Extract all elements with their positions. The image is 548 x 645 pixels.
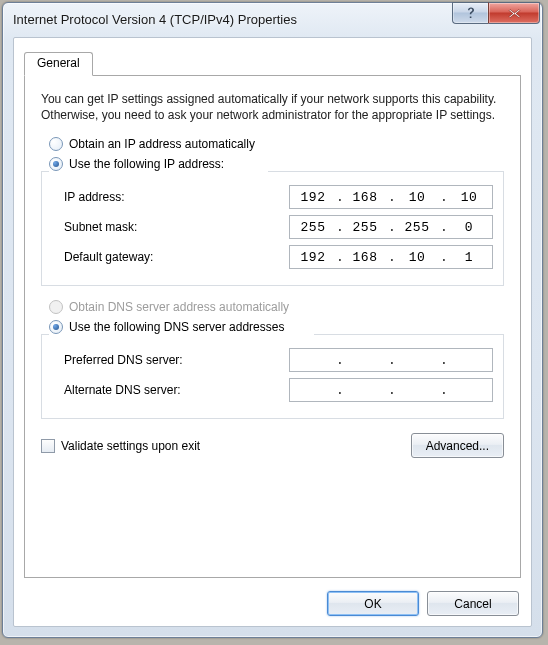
row-ip-address: IP address: 192. 168. 10. 10 <box>52 185 493 209</box>
radio-icon <box>49 300 63 314</box>
dialog-body: General You can get IP settings assigned… <box>13 37 532 627</box>
titlebar: Internet Protocol Version 4 (TCP/IPv4) P… <box>3 3 542 35</box>
row-subnet-mask: Subnet mask: 255. 255. 255. 0 <box>52 215 493 239</box>
cancel-button[interactable]: Cancel <box>427 591 519 616</box>
radio-ip-manual[interactable]: Use the following IP address: <box>49 157 504 171</box>
radio-icon <box>49 157 63 171</box>
label-subnet-mask: Subnet mask: <box>52 220 289 234</box>
label-ip-address: IP address: <box>52 190 289 204</box>
row-alternate-dns: Alternate DNS server: . . . <box>52 378 493 402</box>
tab-row: General <box>24 46 531 74</box>
row-default-gateway: Default gateway: 192. 168. 10. 1 <box>52 245 493 269</box>
radio-ip-auto[interactable]: Obtain an IP address automatically <box>49 137 504 151</box>
radio-label: Use the following DNS server addresses <box>69 320 284 334</box>
radio-dns-manual[interactable]: Use the following DNS server addresses <box>49 320 504 334</box>
checkbox-validate[interactable]: Validate settings upon exit <box>41 439 200 453</box>
validate-row: Validate settings upon exit Advanced... <box>41 433 504 458</box>
dialog-window: Internet Protocol Version 4 (TCP/IPv4) P… <box>2 2 543 638</box>
input-preferred-dns[interactable]: . . . <box>289 348 493 372</box>
label-alternate-dns: Alternate DNS server: <box>52 383 289 397</box>
dns-group: Preferred DNS server: . . . Alternate DN… <box>41 334 504 419</box>
intro-text: You can get IP settings assigned automat… <box>41 91 504 123</box>
footer-buttons: OK Cancel <box>327 591 519 616</box>
input-alternate-dns[interactable]: . . . <box>289 378 493 402</box>
radio-dns-auto: Obtain DNS server address automatically <box>49 300 504 314</box>
close-icon <box>507 7 522 20</box>
help-icon <box>464 6 478 20</box>
input-default-gateway[interactable]: 192. 168. 10. 1 <box>289 245 493 269</box>
tab-panel-general: You can get IP settings assigned automat… <box>24 75 521 578</box>
row-preferred-dns: Preferred DNS server: . . . <box>52 348 493 372</box>
tab-general[interactable]: General <box>24 52 93 76</box>
radio-icon <box>49 320 63 334</box>
radio-label: Obtain DNS server address automatically <box>69 300 289 314</box>
input-ip-address[interactable]: 192. 168. 10. 10 <box>289 185 493 209</box>
window-buttons <box>452 2 540 24</box>
close-button[interactable] <box>488 2 540 24</box>
label-preferred-dns: Preferred DNS server: <box>52 353 289 367</box>
radio-label: Use the following IP address: <box>69 157 224 171</box>
radio-icon <box>49 137 63 151</box>
help-button[interactable] <box>452 2 488 24</box>
ok-button[interactable]: OK <box>327 591 419 616</box>
ip-group: IP address: 192. 168. 10. 10 Subnet mask… <box>41 171 504 286</box>
checkbox-label: Validate settings upon exit <box>61 439 200 453</box>
input-subnet-mask[interactable]: 255. 255. 255. 0 <box>289 215 493 239</box>
label-default-gateway: Default gateway: <box>52 250 289 264</box>
radio-label: Obtain an IP address automatically <box>69 137 255 151</box>
advanced-button[interactable]: Advanced... <box>411 433 504 458</box>
checkbox-icon <box>41 439 55 453</box>
